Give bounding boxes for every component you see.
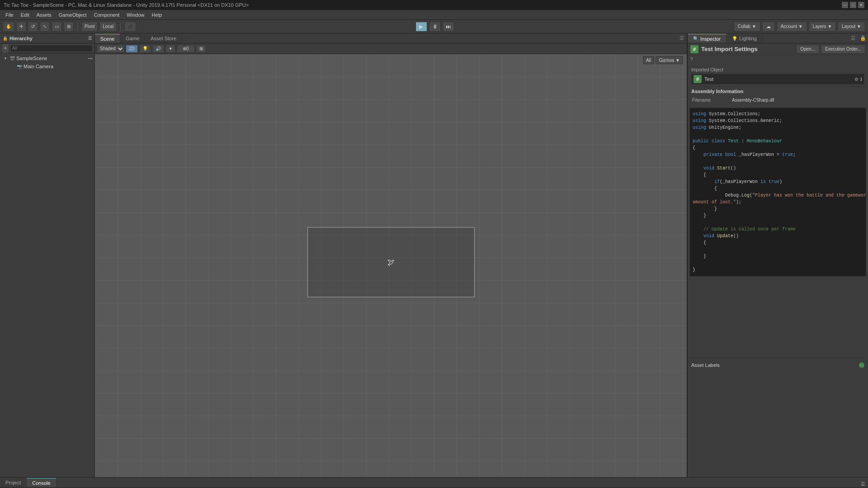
menu-bar: File Edit Assets GameObject Component Wi… bbox=[0, 10, 868, 20]
assembly-section: Assembly Information Filename Assembly-C… bbox=[689, 87, 866, 106]
pivot-button[interactable]: Pivot bbox=[81, 22, 98, 32]
imported-object-row: # Test ⚙ ℹ bbox=[691, 74, 864, 84]
hand-tool-button[interactable]: ✋ bbox=[3, 22, 14, 32]
layers-button[interactable]: Layers ▼ bbox=[809, 22, 836, 32]
tab-asset-store-label: Asset Store bbox=[151, 36, 176, 41]
camera-gizmo-icon: 🕊 bbox=[387, 258, 395, 266]
tab-console-label: Console bbox=[32, 480, 50, 486]
imported-object-section: Imported Object # Test ⚙ ℹ bbox=[689, 66, 866, 87]
transform-tool-button[interactable]: ⊞ bbox=[64, 22, 74, 32]
hierarchy-add-button[interactable]: + bbox=[2, 43, 9, 53]
camera-hier-icon: 📷 bbox=[17, 64, 22, 69]
scene-panel-menu[interactable]: ☰ bbox=[677, 35, 687, 41]
inspector-title-name: Test Import Settings bbox=[701, 46, 758, 52]
hierarchy-lock-icon[interactable]: 🔒 bbox=[3, 36, 8, 41]
scene-extra-btn[interactable]: ⊞ bbox=[196, 45, 206, 53]
asset-labels-section: Asset Labels bbox=[689, 358, 866, 372]
menu-gameobject[interactable]: GameObject bbox=[55, 11, 90, 19]
2d-button[interactable]: 2D bbox=[126, 45, 138, 53]
inspector-lock-icon[interactable]: 🔒 bbox=[858, 35, 868, 41]
asset-labels-title: Asset Labels bbox=[691, 362, 720, 368]
extra-tool-button[interactable]: ⬛ bbox=[124, 22, 136, 32]
all-dropdown-button[interactable]: All bbox=[643, 56, 654, 64]
scale-tool-button[interactable]: ⤡ bbox=[40, 22, 50, 32]
play-button[interactable]: ▶ bbox=[415, 22, 427, 32]
scene-icon: 🎬 bbox=[9, 56, 15, 61]
menu-window[interactable]: Window bbox=[123, 11, 148, 19]
menu-edit[interactable]: Edit bbox=[17, 11, 33, 19]
fx-toggle[interactable]: ✦ bbox=[165, 45, 175, 53]
toolbar-separator-2 bbox=[120, 22, 121, 31]
inspector-panel: 🔍 Inspector 💡 Lighting ☰ 🔒 # Test Import… bbox=[687, 33, 868, 477]
shading-select[interactable]: Shaded bbox=[97, 45, 124, 53]
pause-button[interactable]: ⏸ bbox=[429, 22, 441, 32]
hierarchy-item-samplescene[interactable]: ▼ 🎬 SampleScene ••• bbox=[0, 54, 94, 62]
rotate-tool-button[interactable]: ↺ bbox=[28, 22, 38, 32]
cloud-button[interactable]: ☁ bbox=[762, 22, 775, 32]
account-button[interactable]: Account ▼ bbox=[777, 22, 807, 32]
lighting-toggle[interactable]: 💡 bbox=[139, 45, 151, 53]
minimize-button[interactable]: — bbox=[842, 2, 848, 8]
help-icon-row: ? bbox=[688, 55, 868, 64]
asset-labels-dot bbox=[859, 362, 864, 368]
scene-overlay-btn[interactable]: ⊕0 bbox=[177, 45, 195, 53]
title-bar: Tic Tac Toe - SampleScene - PC, Mac & Li… bbox=[0, 0, 868, 10]
tab-asset-store[interactable]: Asset Store bbox=[145, 34, 182, 43]
collab-area: Collab ▼ ☁ Account ▼ Layers ▼ Layout ▼ bbox=[734, 22, 865, 32]
tab-scene[interactable]: Scene bbox=[95, 34, 120, 43]
gizmos-button[interactable]: Gizmos ▼ bbox=[656, 56, 683, 64]
hier-dots-scene[interactable]: ••• bbox=[88, 56, 93, 61]
code-preview: using System.Collections; using System.C… bbox=[689, 108, 866, 277]
tab-game[interactable]: Game bbox=[120, 34, 145, 43]
hier-label-samplescene: SampleScene bbox=[16, 56, 47, 61]
filename-value: Assembly-CSharp.dll bbox=[732, 98, 774, 103]
bottom-tabs-bar: Project Console ☰ bbox=[0, 478, 868, 488]
step-button[interactable]: ⏭ bbox=[443, 22, 454, 32]
execution-order-button[interactable]: Execution Order... bbox=[821, 45, 865, 54]
menu-component[interactable]: Component bbox=[90, 11, 123, 19]
tab-game-label: Game bbox=[126, 36, 139, 41]
inspector-title-bar: # Test Import Settings Open... Execution… bbox=[688, 43, 868, 55]
hierarchy-content: ▼ 🎬 SampleScene ••• 📷 Main Camera bbox=[0, 53, 94, 477]
toolbar-separator-1 bbox=[77, 22, 78, 31]
tab-inspector[interactable]: 🔍 Inspector bbox=[688, 34, 726, 43]
hierarchy-search-input[interactable] bbox=[10, 45, 93, 52]
help-icon: ? bbox=[690, 57, 693, 62]
script-icon: # bbox=[690, 45, 698, 53]
tab-console[interactable]: Console bbox=[27, 478, 56, 487]
open-button[interactable]: Open... bbox=[796, 45, 819, 54]
toolbar: ✋ ✛ ↺ ⤡ ▭ ⊞ Pivot Local ⬛ ▶ ⏸ ⏭ Collab ▼… bbox=[0, 20, 868, 33]
scene-canvas[interactable]: 🕊 All Gizmos ▼ bbox=[95, 54, 687, 477]
bottom-panel-menu[interactable]: ☰ bbox=[858, 481, 868, 487]
hierarchy-header: 🔒 Hierarchy ☰ bbox=[0, 33, 94, 43]
imported-script-icon: # bbox=[693, 75, 702, 83]
inspector-title-buttons: Open... Execution Order... bbox=[796, 45, 865, 54]
inspector-content: Imported Object # Test ⚙ ℹ Assembly Info… bbox=[688, 64, 868, 477]
filename-label: Filename bbox=[692, 98, 728, 103]
rect-tool-button[interactable]: ▭ bbox=[52, 22, 62, 32]
tab-lighting[interactable]: 💡 Lighting bbox=[726, 34, 763, 43]
inspector-panel-menu[interactable]: ☰ bbox=[848, 35, 858, 41]
hierarchy-item-maincamera[interactable]: 📷 Main Camera bbox=[0, 62, 94, 70]
main-layout: 🔒 Hierarchy ☰ + ▼ 🎬 SampleScene ••• 📷 Ma… bbox=[0, 33, 868, 477]
asset-labels-header: Asset Labels bbox=[691, 360, 864, 370]
local-button[interactable]: Local bbox=[99, 22, 117, 32]
audio-toggle[interactable]: 🔊 bbox=[152, 45, 164, 53]
layout-button[interactable]: Layout ▼ bbox=[838, 22, 865, 32]
imported-object-icons: ⚙ ℹ bbox=[854, 77, 862, 82]
inspector-empty-space bbox=[689, 277, 866, 358]
maximize-button[interactable]: □ bbox=[850, 2, 856, 8]
hierarchy-toolbar: + bbox=[0, 43, 94, 53]
hierarchy-menu-icon[interactable]: ☰ bbox=[88, 36, 92, 41]
settings-icon[interactable]: ⚙ bbox=[854, 77, 859, 82]
menu-assets[interactable]: Assets bbox=[33, 11, 55, 19]
assembly-info-title: Assembly Information bbox=[691, 89, 864, 94]
tab-project[interactable]: Project bbox=[0, 478, 27, 487]
info-icon[interactable]: ℹ bbox=[860, 77, 862, 82]
move-tool-button[interactable]: ✛ bbox=[16, 22, 26, 32]
menu-help[interactable]: Help bbox=[148, 11, 165, 19]
close-button[interactable]: ✕ bbox=[858, 2, 864, 8]
lighting-tab-icon: 💡 bbox=[732, 36, 737, 41]
collab-button[interactable]: Collab ▼ bbox=[734, 22, 760, 32]
menu-file[interactable]: File bbox=[2, 11, 17, 19]
